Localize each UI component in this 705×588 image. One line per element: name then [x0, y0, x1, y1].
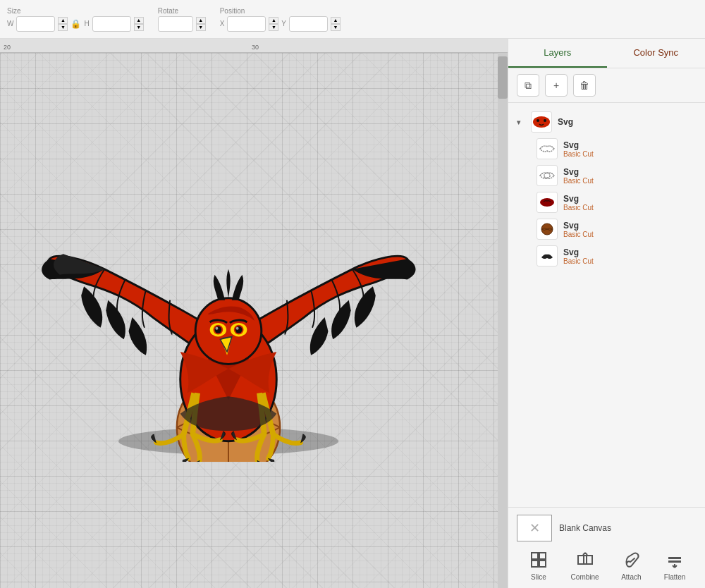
rotate-inputs: ▲ ▼ — [158, 16, 206, 32]
w-label: W — [7, 20, 13, 27]
layer-item-child2[interactable]: Svg Basic Cut — [508, 162, 705, 189]
layer-info-2: Svg Basic Cut — [563, 167, 594, 185]
scrollbar-vertical[interactable] — [498, 53, 508, 588]
blank-canvas-row: Blank Canvas — [517, 515, 697, 541]
x-spin[interactable]: ▲ ▼ — [269, 17, 278, 31]
y-spin[interactable]: ▲ ▼ — [331, 17, 341, 31]
layer-info-3: Svg Basic Cut — [563, 194, 594, 212]
svg-line-32 — [585, 553, 587, 555]
size-label: Size — [7, 7, 20, 15]
layer-thumbnail-1 — [537, 138, 558, 159]
layer-info-5: Svg Basic Cut — [563, 247, 594, 265]
tab-layers[interactable]: Layers — [508, 39, 607, 68]
svg-point-13 — [235, 326, 243, 333]
svg-point-17 — [533, 116, 550, 128]
canvas-image[interactable] — [38, 180, 419, 462]
blank-canvas-label: Blank Canvas — [559, 523, 611, 533]
blank-canvas-preview — [517, 515, 552, 541]
delete-layer-button[interactable]: 🗑 — [573, 74, 596, 97]
duplicate-button[interactable]: ⧉ — [517, 74, 539, 97]
x-up[interactable]: ▲ — [269, 17, 278, 24]
w-up[interactable]: ▲ — [58, 17, 68, 24]
slice-button[interactable]: Slice — [527, 549, 550, 581]
h-input[interactable] — [92, 16, 131, 32]
layer-name-parent: Svg — [558, 117, 573, 127]
slice-icon — [527, 549, 550, 571]
h-up[interactable]: ▲ — [134, 17, 144, 24]
layer-type-3: Basic Cut — [563, 204, 594, 212]
w-spin[interactable]: ▲ ▼ — [58, 17, 68, 31]
layer-name-2: Svg — [563, 167, 594, 177]
combine-icon — [574, 549, 596, 571]
svg-point-18 — [537, 119, 539, 122]
layer-thumbnail-parent — [531, 111, 552, 133]
position-group: Position X ▲ ▼ Y ▲ ▼ — [220, 7, 341, 32]
attach-label: Attach — [621, 573, 641, 581]
combine-label: Combine — [571, 573, 599, 581]
svg-point-12 — [214, 326, 221, 333]
layer-info-4: Svg Basic Cut — [563, 221, 594, 238]
svg-rect-33 — [668, 557, 681, 559]
svg-point-15 — [236, 326, 239, 329]
layer-thumbnail-5 — [537, 245, 558, 267]
slice-label: Slice — [531, 573, 546, 581]
rotate-label: Rotate — [158, 7, 178, 15]
layer-type-5: Basic Cut — [563, 257, 594, 265]
y-up[interactable]: ▲ — [331, 17, 341, 24]
canvas-area[interactable]: 20 30 — [0, 39, 508, 588]
svg-point-21 — [540, 198, 554, 207]
ruler-mark-30: 30 — [252, 44, 259, 51]
svg-rect-28 — [578, 556, 587, 564]
svg-point-14 — [215, 326, 218, 329]
x-input[interactable] — [227, 16, 266, 32]
flatten-button[interactable]: Flatten — [663, 549, 686, 581]
chevron-icon: ▾ — [517, 118, 525, 126]
layer-item-parent[interactable]: ▾ Svg — [508, 109, 705, 135]
layer-thumbnail-4 — [537, 219, 558, 240]
flatten-icon — [663, 549, 686, 571]
layer-name-1: Svg — [563, 140, 594, 150]
ruler-mark-20: 20 — [4, 44, 11, 51]
rotate-input[interactable] — [158, 16, 193, 32]
attach-button[interactable]: Attach — [620, 549, 642, 581]
tab-color-sync[interactable]: Color Sync — [607, 39, 706, 68]
combine-button[interactable]: Combine — [571, 549, 599, 581]
layer-item-child1[interactable]: Svg Basic Cut — [508, 135, 705, 162]
rotate-down[interactable]: ▼ — [196, 24, 206, 31]
layer-item-child5[interactable]: Svg Basic Cut — [508, 243, 705, 269]
layer-info-1: Svg Basic Cut — [563, 140, 594, 158]
layer-thumbnail-2 — [537, 165, 558, 186]
bottom-tools: Slice Combine — [517, 549, 697, 581]
layer-name-4: Svg — [563, 221, 594, 231]
main-area: 20 30 — [0, 39, 705, 588]
x-label: X — [220, 20, 225, 27]
position-inputs: X ▲ ▼ Y ▲ ▼ — [220, 16, 341, 32]
scrollbar-thumb[interactable] — [498, 56, 508, 99]
w-input[interactable] — [16, 16, 55, 32]
add-layer-button[interactable]: + — [545, 74, 568, 97]
panel-toolbar: ⧉ + 🗑 — [508, 68, 705, 103]
svg-rect-34 — [668, 561, 681, 563]
layer-name-5: Svg — [563, 247, 594, 257]
position-label: Position — [220, 7, 245, 15]
layer-type-4: Basic Cut — [563, 231, 594, 238]
layer-item-child4[interactable]: Svg Basic Cut — [508, 216, 705, 243]
layer-type-2: Basic Cut — [563, 177, 594, 185]
rotate-spin[interactable]: ▲ ▼ — [196, 17, 206, 31]
layer-thumbnail-3 — [537, 192, 558, 213]
rotate-up[interactable]: ▲ — [196, 17, 206, 24]
x-down[interactable]: ▼ — [269, 24, 278, 31]
right-panel: Layers Color Sync ⧉ + 🗑 ▾ — [508, 39, 705, 588]
h-down[interactable]: ▼ — [134, 24, 144, 31]
flatten-label: Flatten — [664, 573, 686, 581]
y-down[interactable]: ▼ — [331, 24, 341, 31]
panel-bottom: Blank Canvas Slice — [508, 507, 705, 588]
layer-item-child3[interactable]: Svg Basic Cut — [508, 189, 705, 216]
y-label: Y — [281, 20, 286, 27]
w-down[interactable]: ▼ — [58, 24, 68, 31]
attach-icon — [620, 549, 642, 571]
h-spin[interactable]: ▲ ▼ — [134, 17, 144, 31]
svg-rect-24 — [532, 553, 538, 559]
y-input[interactable] — [289, 16, 328, 32]
svg-rect-25 — [539, 553, 546, 559]
